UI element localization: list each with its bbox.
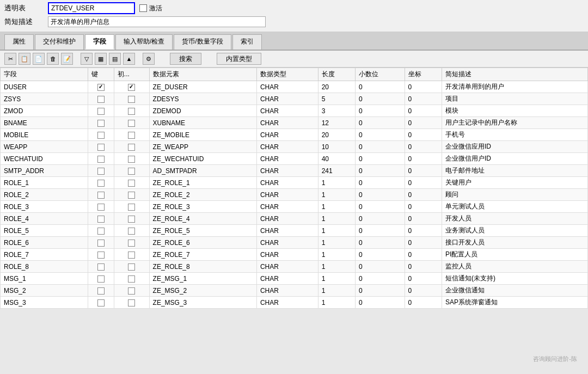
- cell-coord: 0: [405, 189, 442, 201]
- tab-fields[interactable]: 字段: [85, 34, 114, 50]
- table-row[interactable]: ROLE_4 ZE_ROLE_4 CHAR 1 0 0 开发人员: [1, 213, 588, 225]
- cell-key[interactable]: [88, 141, 114, 153]
- table-name-input[interactable]: [48, 2, 135, 14]
- table-row[interactable]: ROLE_2 ZE_ROLE_2 CHAR 1 0 0 顾问: [1, 189, 588, 201]
- cell-key[interactable]: [88, 285, 114, 297]
- cell-init[interactable]: [114, 237, 149, 249]
- cell-data-type: CHAR: [256, 81, 318, 93]
- paste-button[interactable]: 📄: [33, 53, 45, 65]
- cell-init[interactable]: [114, 105, 149, 117]
- cell-key[interactable]: [88, 237, 114, 249]
- filter-button[interactable]: ▽: [81, 53, 93, 65]
- top-bar: 透明表 激活 简短描述: [0, 0, 588, 32]
- table-row[interactable]: ROLE_7 ZE_ROLE_7 CHAR 1 0 0 PI配置人员: [1, 249, 588, 261]
- table-row[interactable]: BNAME XUBNAME CHAR 12 0 0 用户主记录中的用户名称: [1, 117, 588, 129]
- activate-checkbox[interactable]: [139, 4, 147, 12]
- cell-init[interactable]: [114, 249, 149, 261]
- table-row[interactable]: ROLE_8 ZE_ROLE_8 CHAR 1 0 0 监控人员: [1, 261, 588, 273]
- cell-init[interactable]: [114, 297, 149, 309]
- fields-table-container: 字段 键 初... 数据元素 数据类型 长度 小数位 坐标 简短描述 DUSER…: [0, 68, 588, 309]
- table-row[interactable]: MOBILE ZE_MOBILE CHAR 20 0 0 手机号: [1, 129, 588, 141]
- cell-length: 1: [318, 261, 355, 273]
- grid-button[interactable]: ▦: [95, 53, 107, 65]
- cell-desc: 单元测试人员: [442, 201, 587, 213]
- table-row[interactable]: SMTP_ADDR AD_SMTPADR CHAR 241 0 0 电子邮件地址: [1, 165, 588, 177]
- cell-init[interactable]: [114, 201, 149, 213]
- sort-button[interactable]: ▲: [123, 53, 135, 65]
- cell-data-element: ZE_ROLE_6: [149, 237, 256, 249]
- cell-key[interactable]: [88, 249, 114, 261]
- tab-currency[interactable]: 货币/数量字段: [174, 34, 231, 50]
- tab-properties[interactable]: 属性: [4, 34, 34, 50]
- cell-init[interactable]: [114, 261, 149, 273]
- cell-key[interactable]: [88, 153, 114, 165]
- tab-input-help[interactable]: 输入帮助/检查: [115, 34, 173, 50]
- col-header-init: 初...: [114, 68, 149, 81]
- cell-init[interactable]: [114, 93, 149, 105]
- delete-button[interactable]: 🗑: [47, 53, 59, 65]
- cell-data-type: CHAR: [256, 153, 318, 165]
- table-row[interactable]: ZSYS ZDESYS CHAR 5 0 0 项目: [1, 93, 588, 105]
- inner-type-button[interactable]: 内置类型: [217, 53, 261, 65]
- cell-key[interactable]: [88, 201, 114, 213]
- col-header-key: 键: [88, 68, 114, 81]
- table-row[interactable]: ZMOD ZDEMOD CHAR 3 0 0 模块: [1, 105, 588, 117]
- short-desc-label: 简短描述: [4, 17, 48, 27]
- cell-init[interactable]: [114, 189, 149, 201]
- cell-key[interactable]: [88, 129, 114, 141]
- table-row[interactable]: WEAPP ZE_WEAPP CHAR 10 0 0 企业微信应用ID: [1, 141, 588, 153]
- table-row[interactable]: DUSER ✓ ✓ ZE_DUSER CHAR 20 0 0 开发清单用到的用户: [1, 81, 588, 93]
- cell-init[interactable]: [114, 213, 149, 225]
- table-row[interactable]: ROLE_1 ZE_ROLE_1 CHAR 1 0 0 关键用户: [1, 177, 588, 189]
- cell-init[interactable]: [114, 165, 149, 177]
- copy-button[interactable]: 📋: [19, 53, 30, 65]
- cell-key[interactable]: [88, 165, 114, 177]
- cell-key[interactable]: [88, 105, 114, 117]
- short-desc-input[interactable]: [48, 16, 266, 27]
- cell-key[interactable]: [88, 189, 114, 201]
- cell-key[interactable]: [88, 297, 114, 309]
- cell-init[interactable]: [114, 225, 149, 237]
- cell-length: 20: [318, 81, 355, 93]
- table-row[interactable]: ROLE_3 ZE_ROLE_3 CHAR 1 0 0 单元测试人员: [1, 201, 588, 213]
- cell-key[interactable]: [88, 273, 114, 285]
- cell-key[interactable]: [88, 225, 114, 237]
- cut-button[interactable]: ✂: [4, 53, 16, 65]
- cell-init[interactable]: [114, 117, 149, 129]
- table-button[interactable]: ▤: [109, 53, 121, 65]
- cell-init[interactable]: [114, 141, 149, 153]
- settings-button[interactable]: ⚙: [143, 53, 155, 65]
- activate-area: 激活: [139, 4, 162, 13]
- table-row[interactable]: WECHATUID ZE_WECHATUID CHAR 40 0 0 企业微信用…: [1, 153, 588, 165]
- cell-length: 1: [318, 249, 355, 261]
- tab-index[interactable]: 索引: [232, 34, 262, 50]
- cell-key[interactable]: [88, 261, 114, 273]
- cell-init[interactable]: [114, 273, 149, 285]
- cell-init[interactable]: [114, 177, 149, 189]
- table-row[interactable]: MSG_2 ZE_MSG_2 CHAR 1 0 0 企业微信通知: [1, 285, 588, 297]
- cell-key[interactable]: [88, 117, 114, 129]
- cell-field: MSG_3: [1, 297, 88, 309]
- search-button[interactable]: 搜索: [170, 53, 201, 65]
- cell-key[interactable]: ✓: [88, 81, 114, 93]
- cell-key[interactable]: [88, 213, 114, 225]
- cell-coord: 0: [405, 141, 442, 153]
- table-row[interactable]: ROLE_6 ZE_ROLE_6 CHAR 1 0 0 接口开发人员: [1, 237, 588, 249]
- table-row[interactable]: ROLE_5 ZE_ROLE_5 CHAR 1 0 0 业务测试人员: [1, 225, 588, 237]
- cell-data-type: CHAR: [256, 93, 318, 105]
- cell-init[interactable]: [114, 153, 149, 165]
- tab-delivery[interactable]: 交付和维护: [35, 34, 84, 50]
- new-button[interactable]: 📝: [61, 53, 73, 65]
- cell-field: ROLE_8: [1, 261, 88, 273]
- cell-init[interactable]: [114, 285, 149, 297]
- cell-data-type: CHAR: [256, 105, 318, 117]
- table-row[interactable]: MSG_3 ZE_MSG_3 CHAR 1 0 0 SAP系统弹窗通知: [1, 297, 588, 309]
- cell-length: 12: [318, 117, 355, 129]
- cell-init[interactable]: [114, 129, 149, 141]
- table-row[interactable]: MSG_1 ZE_MSG_1 CHAR 1 0 0 短信通知(未支持): [1, 273, 588, 285]
- cell-data-type: CHAR: [256, 273, 318, 285]
- cell-length: 1: [318, 201, 355, 213]
- cell-init[interactable]: ✓: [114, 81, 149, 93]
- cell-key[interactable]: [88, 177, 114, 189]
- cell-key[interactable]: [88, 93, 114, 105]
